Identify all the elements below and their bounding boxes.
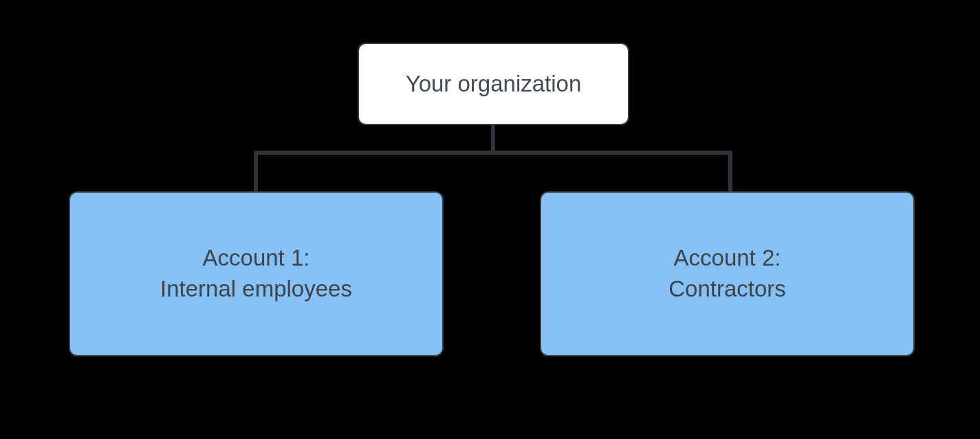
svg-point-1 [254,151,258,155]
child-node-account-2-line2: Contractors [668,274,786,305]
root-node-organization: Your organization [358,43,629,125]
org-hierarchy-diagram: Your organization Account 1: Internal em… [0,0,980,439]
svg-point-0 [491,151,495,155]
child-node-account-1: Account 1: Internal employees [69,191,444,356]
root-node-label: Your organization [406,71,582,97]
svg-point-2 [728,151,732,155]
child-node-account-1-line1: Account 1: [203,243,310,274]
child-node-account-1-line2: Internal employees [160,274,352,305]
child-node-account-2-line1: Account 2: [674,243,781,274]
child-node-account-2: Account 2: Contractors [540,191,915,356]
